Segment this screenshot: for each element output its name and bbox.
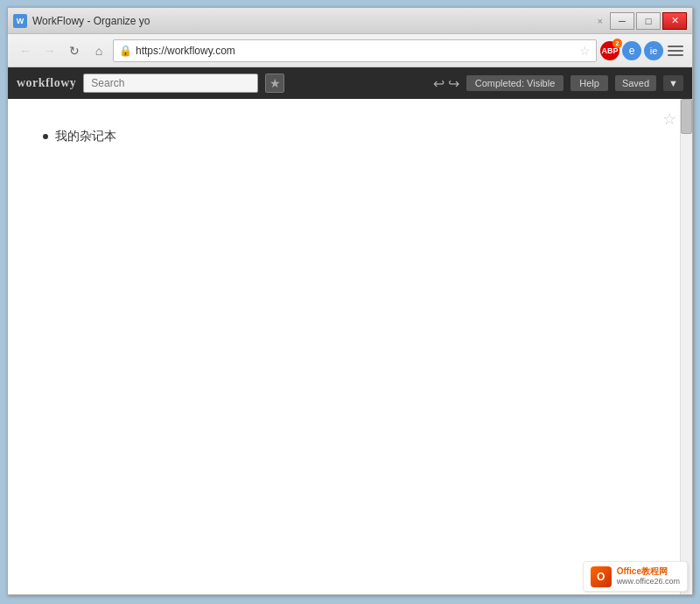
- tab-title: WorkFlowy - Organize yo: [32, 15, 598, 27]
- watermark-text: Office教程网 www.office26.com: [617, 565, 680, 587]
- content-star-icon[interactable]: ☆: [662, 109, 676, 129]
- close-button[interactable]: ✕: [662, 12, 687, 30]
- app-bar: workflowy ★ ↩ ↪ Completed: Visible Help …: [8, 67, 692, 99]
- tab-favicon: W: [13, 14, 27, 28]
- chrome-toolbar: ← → ↻ ⌂ 🔒 https://workflowy.com ☆ ABP 2 …: [8, 34, 692, 67]
- bullet-dot-icon: [43, 134, 48, 139]
- minimize-button[interactable]: ─: [610, 12, 634, 30]
- content-area: ☆ 我的杂记本: [8, 99, 692, 594]
- watermark: O Office教程网 www.office26.com: [583, 561, 688, 592]
- extension-icon-1[interactable]: e: [622, 41, 641, 60]
- search-input[interactable]: [83, 74, 258, 93]
- search-star-button[interactable]: ★: [265, 74, 284, 93]
- title-bar: W WorkFlowy - Organize yo × ─ □ ✕: [8, 8, 692, 34]
- reload-button[interactable]: ↻: [64, 40, 85, 61]
- adblock-icon[interactable]: ABP 2: [600, 41, 620, 60]
- app-logo: workflowy: [17, 76, 76, 90]
- extension-icon-2[interactable]: ie: [644, 41, 663, 60]
- forward-button[interactable]: →: [39, 40, 60, 61]
- watermark-logo: O: [591, 566, 612, 587]
- ssl-lock-icon: 🔒: [119, 45, 132, 57]
- toolbar-extensions: ABP 2 e ie: [600, 41, 685, 60]
- saved-button[interactable]: Saved: [615, 75, 656, 91]
- completed-button[interactable]: Completed: Visible: [466, 75, 564, 91]
- adblock-count-badge: 2: [612, 39, 622, 48]
- browser-window: W WorkFlowy - Organize yo × ─ □ ✕ ← → ↻ …: [7, 7, 693, 595]
- bookmark-star-icon[interactable]: ☆: [579, 44, 591, 58]
- home-button[interactable]: ⌂: [88, 40, 109, 61]
- history-buttons: ↩ ↪: [433, 75, 459, 92]
- scrollbar-thumb[interactable]: [681, 99, 692, 134]
- window-controls: ─ □ ✕: [610, 12, 687, 30]
- undo-button[interactable]: ↩: [433, 75, 444, 92]
- restore-button[interactable]: □: [636, 12, 661, 30]
- back-button[interactable]: ←: [15, 40, 36, 61]
- chrome-menu-icon[interactable]: [666, 41, 685, 60]
- address-bar[interactable]: 🔒 https://workflowy.com ☆: [113, 39, 597, 62]
- tab-close-btn[interactable]: ×: [598, 16, 603, 26]
- main-content: ☆ 我的杂记本: [8, 99, 680, 594]
- list-item: 我的杂记本: [43, 125, 645, 148]
- scrollbar[interactable]: [680, 99, 692, 594]
- url-text: https://workflowy.com: [136, 45, 576, 57]
- help-button[interactable]: Help: [570, 75, 608, 91]
- dropdown-button[interactable]: ▼: [663, 75, 683, 91]
- bullet-text[interactable]: 我的杂记本: [55, 129, 116, 144]
- redo-button[interactable]: ↪: [448, 75, 459, 92]
